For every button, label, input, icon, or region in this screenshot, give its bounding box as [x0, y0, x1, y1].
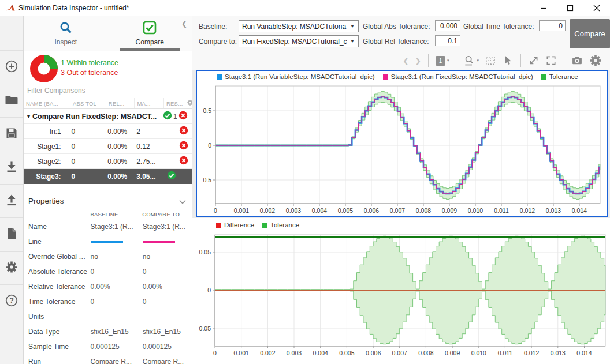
comparison-group-row[interactable]: ▾Compare Run FixedStep: MSADCT...1 — [24, 109, 192, 124]
prev-comparison-chevron-left-icon[interactable]: ❮ — [403, 57, 409, 65]
comparison-table-header: NAME (BA...ABS TOLREL...MA...RES... — [24, 98, 192, 109]
signal-chart-legend: Stage3:1 (Run VariableStep: MSADCTutoria… — [217, 73, 578, 80]
column-header-4[interactable]: RES... — [164, 98, 192, 108]
column-header-2[interactable]: REL... — [106, 98, 135, 108]
help-button[interactable]: ? — [0, 284, 23, 318]
tab-compare-label: Compare — [136, 38, 164, 46]
abs-tol-value: 0 — [69, 157, 106, 166]
tab-bar: Inspect Compare — [24, 16, 192, 51]
property-row-time-tolerance: Time Tolerance00 — [24, 294, 192, 309]
properties-collapse-chevron-down-icon[interactable] — [179, 198, 186, 206]
signal-name: In:1 — [24, 127, 69, 136]
create-report-button[interactable] — [0, 217, 23, 251]
maximize-icon[interactable] — [557, 0, 583, 16]
signal-row-stage3[interactable]: Stage3:00.00%3.05... — [24, 169, 192, 184]
max-diff-value: 0.12 — [134, 142, 163, 151]
dropdown-arrow-icon: ▼ — [350, 39, 358, 44]
separator — [564, 54, 564, 67]
svg-text:0.012: 0.012 — [520, 207, 535, 214]
next-comparison-chevron-right-icon[interactable]: ❯ — [415, 57, 421, 65]
baseline-value: 0.00% — [88, 279, 140, 294]
collapse-panel-chevron-left-icon[interactable]: ❮ — [181, 20, 187, 28]
left-toolbar: ? — [0, 16, 24, 364]
compare-value: Compare R... — [140, 354, 192, 364]
simulation-data-inspector-window: Simulation Data Inspector - untitled* ? … — [0, 0, 610, 364]
zoom-icon[interactable]: ▾ — [463, 55, 479, 66]
column-header-1[interactable]: ABS TOL — [70, 98, 106, 108]
compare-button[interactable]: Compare — [570, 19, 610, 48]
tab-compare[interactable]: Compare — [108, 16, 192, 51]
fullscreen-icon[interactable] — [545, 55, 557, 66]
property-row-line: Line — [24, 234, 192, 249]
compare-value: no — [140, 249, 192, 264]
signal-comparison-chart[interactable]: Stage3:1 (Run VariableStep: MSADCTutoria… — [196, 70, 608, 217]
svg-text:0.005: 0.005 — [338, 207, 353, 214]
pointer-icon[interactable] — [502, 55, 514, 66]
compare-line-swatch — [143, 241, 175, 243]
property-row-absolute-tolerance: Absolute Tolerance00 — [24, 264, 192, 279]
divider — [24, 193, 192, 193]
svg-text:0.003: 0.003 — [286, 207, 301, 214]
legend-swatch — [383, 74, 388, 80]
legend-item[interactable]: Difference — [216, 222, 254, 228]
fail-x-icon — [179, 141, 188, 152]
compare-value: 0.00% — [140, 279, 192, 294]
import-button[interactable] — [0, 151, 23, 184]
svg-text:0.010: 0.010 — [471, 350, 486, 357]
add-button[interactable] — [0, 50, 23, 84]
group-row-name: Compare Run FixedStep: MSADCT... — [32, 112, 157, 121]
rel-tol-value: 0.00% — [105, 172, 134, 181]
legend-item[interactable]: Tolerance — [262, 222, 299, 228]
svg-text:0: 0 — [213, 350, 217, 357]
rel-tol-value: 0.00% — [105, 127, 134, 136]
column-header-3[interactable]: MA... — [135, 98, 164, 108]
property-row-run: RunCompare R...Compare R... — [24, 354, 192, 364]
difference-chart-legend: DifferenceTolerance — [216, 222, 299, 228]
close-icon[interactable] — [583, 0, 610, 16]
signal-name: Stage1: — [24, 142, 69, 151]
compare-value: 0 — [140, 294, 192, 309]
plus-circle-icon — [5, 59, 18, 75]
signal-name: Stage3: — [24, 172, 69, 181]
svg-text:0.011: 0.011 — [494, 207, 509, 214]
global-time-tolerance-input[interactable]: 0 — [539, 20, 566, 31]
svg-text:0.006: 0.006 — [364, 207, 379, 214]
filter-comparisons-input[interactable]: Filter Comparisons — [26, 87, 191, 97]
save-button[interactable] — [0, 117, 23, 151]
subplot-layout-button[interactable]: 1▾ — [436, 56, 449, 66]
legend-item[interactable]: Stage3:1 (Run FixedStep: MSADCTutorial_d… — [383, 73, 533, 80]
signal-row-in1[interactable]: In:100.00%2 — [24, 124, 192, 139]
minimize-icon[interactable] — [530, 0, 557, 16]
global-rel-tolerance-input[interactable]: 0.1 — [435, 35, 460, 46]
camera-snapshot-icon[interactable] — [571, 55, 583, 66]
compare-value: 0.000125 — [140, 339, 192, 354]
baseline-value: Compare R... — [88, 354, 140, 364]
compare-value: sfix16_En15 — [140, 324, 192, 339]
column-header-0[interactable]: NAME (BA... — [24, 98, 70, 108]
expand-icon[interactable] — [528, 55, 540, 66]
fit-view-icon[interactable] — [485, 55, 496, 66]
baseline-column-header: BASELINE — [88, 209, 140, 219]
signal-row-stage2[interactable]: Stage2:00.00%2.75... — [24, 154, 192, 169]
svg-text:-0.05: -0.05 — [197, 325, 211, 332]
max-diff-value: 3.05... — [134, 172, 163, 181]
baseline-value: sfix16_En15 — [88, 324, 140, 339]
compare-to-run-select[interactable]: Run FixedStep: MSADCTutorial_c▼ — [239, 35, 359, 47]
preferences-button[interactable] — [0, 251, 23, 284]
baseline-run-select[interactable]: Run VariableStep: MSADCTutoria▼ — [239, 20, 359, 32]
signal-row-stage1[interactable]: Stage1:00.00%0.12 — [24, 139, 192, 154]
expander-triangle-icon[interactable]: ▾ — [27, 113, 30, 119]
tab-inspect[interactable]: Inspect — [24, 16, 108, 51]
chart-settings-gear-icon[interactable] — [589, 54, 602, 67]
baseline-value: 0 — [88, 264, 140, 279]
open-button[interactable] — [0, 84, 23, 117]
compare-to-label: Compare to: — [199, 37, 237, 46]
export-button[interactable] — [0, 184, 23, 217]
global-abs-tolerance-input[interactable]: 0.000 — [435, 20, 460, 31]
difference-chart[interactable]: DifferenceTolerance 00.0010.0020.0030.00… — [192, 218, 610, 364]
legend-item[interactable]: Stage3:1 (Run VariableStep: MSADCTutoria… — [217, 73, 375, 80]
abs-tol-value: 0 — [69, 127, 106, 136]
separator — [520, 54, 521, 67]
global-time-tolerance-label: Global Time Tolerance: — [463, 22, 534, 31]
legend-item[interactable]: Tolerance — [541, 73, 578, 80]
